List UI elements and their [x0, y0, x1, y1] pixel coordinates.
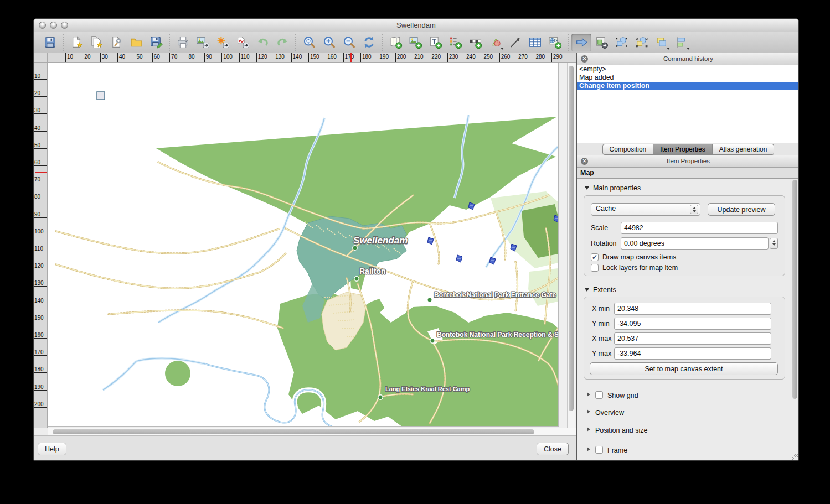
select-stepper-icon[interactable]	[690, 205, 698, 214]
add-label-button[interactable]	[425, 34, 445, 51]
rotation-input[interactable]: 0.00 degrees	[621, 237, 769, 250]
poi-marker	[354, 277, 359, 281]
ruler-vertical: 1020304050607080901001101201301401501601…	[34, 63, 48, 428]
item-properties-content: Main properties Cache Update preview Sca…	[577, 179, 799, 461]
update-preview-button[interactable]: Update preview	[708, 203, 775, 216]
raise-selected-items-button[interactable]	[651, 34, 671, 51]
rotation-spinner[interactable]	[770, 238, 778, 249]
collapse-arrow-icon[interactable]	[585, 288, 589, 292]
panel-scrollbar[interactable]	[792, 180, 798, 456]
close-panel-icon[interactable]: ✕	[581, 55, 588, 63]
undo-button[interactable]	[252, 34, 272, 51]
extent-field-input[interactable]: -34.095	[614, 318, 771, 330]
canvas-vertical-scrollbar[interactable]	[567, 63, 575, 428]
ruler-tick: 200	[395, 53, 406, 63]
new-composition-button[interactable]	[66, 34, 86, 51]
add-label-icon	[429, 35, 442, 49]
tab-atlas-generation[interactable]: Atlas generation	[713, 144, 775, 155]
add-image-button[interactable]	[405, 34, 425, 51]
map-item[interactable]: SwellendamRailtonBontebok National Park …	[48, 63, 576, 428]
ruler-tick: 180	[360, 53, 372, 63]
scale-input[interactable]: 44982	[621, 222, 778, 234]
ruler-tick: 60	[34, 159, 47, 166]
canvas-horizontal-scrollbar[interactable]	[48, 428, 576, 435]
group-items-icon	[615, 35, 628, 49]
add-shape-button[interactable]	[485, 34, 505, 51]
extent-field-input[interactable]: 20.537	[614, 332, 771, 345]
close-panel-icon[interactable]: ✕	[581, 158, 588, 165]
ruler-tick: 10	[34, 73, 47, 80]
extents-section[interactable]: Extents	[585, 286, 616, 294]
close-button[interactable]: Close	[537, 443, 569, 455]
export-as-image-button[interactable]	[193, 34, 213, 51]
ruler-tick: 150	[34, 315, 47, 321]
add-legend-button[interactable]	[445, 34, 465, 51]
main-properties-section[interactable]: Main properties	[585, 184, 641, 192]
checkbox-1[interactable]	[591, 264, 599, 272]
zoom-out-button[interactable]	[339, 34, 359, 51]
zoom-window-icon[interactable]	[61, 22, 68, 29]
add-attribute-table-button[interactable]	[525, 34, 545, 51]
move-item-content-button[interactable]	[591, 34, 611, 51]
ruler-tick: 260	[499, 53, 511, 63]
minimize-window-icon[interactable]	[50, 22, 57, 29]
set-to-map-canvas-extent-button[interactable]: Set to map canvas extent	[590, 362, 778, 375]
duplicate-composition-button[interactable]	[86, 34, 106, 51]
map-label: Bontebok National Park Reception & Sh	[437, 331, 563, 339]
folder-icon	[130, 35, 143, 49]
export-as-pdf-button[interactable]	[233, 34, 252, 51]
add-html-frame-button[interactable]	[545, 34, 565, 51]
save-as-template-button[interactable]	[146, 34, 166, 51]
ruler-tick: 40	[34, 125, 47, 132]
collapse-arrow-icon[interactable]	[585, 186, 589, 190]
help-button[interactable]: Help	[38, 443, 66, 455]
section-checkbox[interactable]	[595, 446, 603, 454]
add-new-map-button[interactable]	[385, 34, 405, 51]
preview-mode-select[interactable]: Cache	[591, 203, 700, 216]
ruler-tick: 100	[34, 228, 47, 235]
select-move-item-button[interactable]	[571, 34, 591, 51]
comp-mgr-icon	[110, 35, 123, 49]
ruler-tick: 150	[308, 53, 319, 63]
group-items-button[interactable]	[611, 34, 631, 51]
section-label: Frame	[607, 446, 627, 454]
ungroup-items-icon	[635, 35, 648, 49]
expand-arrow-icon[interactable]	[587, 392, 590, 397]
poi-marker	[430, 339, 435, 343]
checkbox-0[interactable]: ✓	[591, 253, 599, 261]
map-label: Railton	[359, 267, 385, 276]
expand-arrow-icon[interactable]	[587, 427, 590, 432]
add-arrow-button[interactable]	[505, 34, 525, 51]
resize-grip[interactable]	[792, 454, 799, 461]
command-history-list[interactable]: <empty>Map addedChange item position	[577, 65, 799, 143]
redo-button[interactable]	[272, 34, 292, 51]
close-window-icon[interactable]	[39, 22, 46, 29]
print-button[interactable]	[173, 34, 193, 51]
ruler-tick: 170	[343, 53, 354, 63]
history-item[interactable]: <empty>	[577, 65, 799, 74]
dropdown-caret-icon	[667, 48, 670, 50]
tab-composition[interactable]: Composition	[602, 144, 654, 155]
print-icon	[176, 35, 190, 49]
selected-label-item[interactable]	[97, 92, 105, 100]
ruler-tick: 60	[152, 53, 160, 63]
load-from-template-button[interactable]	[126, 34, 146, 51]
extent-field-input[interactable]: -33.964	[614, 347, 771, 360]
extent-field-input[interactable]: 20.348	[614, 303, 771, 315]
history-item[interactable]: Change item position	[577, 82, 799, 90]
history-item[interactable]: Map added	[577, 74, 799, 82]
export-as-svg-button[interactable]	[213, 34, 233, 51]
zoom-in-button[interactable]	[319, 34, 339, 51]
expand-arrow-icon[interactable]	[587, 447, 590, 451]
zoom-full-button[interactable]	[299, 34, 319, 51]
composition-canvas[interactable]: SwellendamRailtonBontebok National Park …	[48, 63, 576, 428]
align-selected-items-button[interactable]	[671, 34, 691, 51]
add-scalebar-button[interactable]	[465, 34, 485, 51]
save-project-button[interactable]	[40, 34, 60, 51]
refresh-view-button[interactable]	[359, 34, 379, 51]
tab-item-properties[interactable]: Item Properties	[653, 144, 712, 155]
ungroup-items-button[interactable]	[631, 34, 651, 51]
expand-arrow-icon[interactable]	[587, 409, 590, 414]
section-checkbox[interactable]	[595, 391, 603, 399]
composition-manager-button[interactable]	[106, 34, 126, 51]
